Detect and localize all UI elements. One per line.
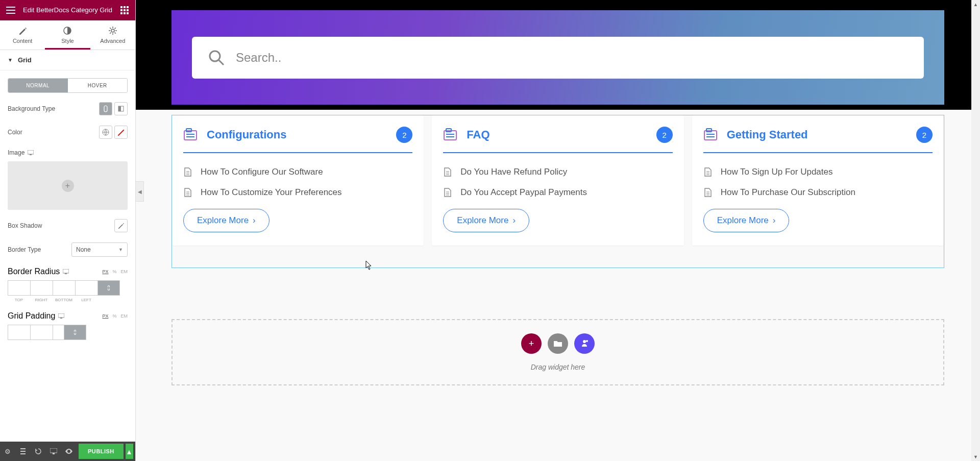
explore-more-label: Explore More xyxy=(457,215,508,226)
card-title[interactable]: Configurations xyxy=(207,128,387,141)
svg-rect-20 xyxy=(50,448,57,453)
state-toggle: NORMAL HOVER xyxy=(8,78,128,93)
border-radius-left[interactable] xyxy=(75,280,97,296)
preview-icon[interactable] xyxy=(61,442,77,461)
bgtype-gradient-icon[interactable] xyxy=(114,102,128,115)
empty-drop-section[interactable]: + Drag widget here xyxy=(172,319,944,385)
category-folder-icon xyxy=(183,128,198,142)
tab-style[interactable]: Style xyxy=(45,20,90,50)
color-picker-swatch[interactable] xyxy=(114,126,128,139)
tab-content[interactable]: Content xyxy=(0,20,45,50)
unit-em[interactable]: EM xyxy=(121,269,128,274)
hero-section xyxy=(136,0,980,110)
section-grid-header[interactable]: ▼ Grid xyxy=(0,50,135,70)
border-radius-right[interactable] xyxy=(30,280,53,296)
sidebar-header: Edit BetterDocs Category Grid xyxy=(0,0,135,20)
grid-padding-top[interactable] xyxy=(8,325,30,340)
hero-gradient xyxy=(172,10,944,105)
add-template-button[interactable] xyxy=(548,333,568,354)
unit-tabs-border-radius: PX % EM xyxy=(102,269,128,274)
border-radius-bottom[interactable] xyxy=(53,280,75,296)
grid-padding-bottom[interactable] xyxy=(53,325,64,340)
grid-padding-right[interactable] xyxy=(30,325,53,340)
explore-more-label: Explore More xyxy=(717,215,769,226)
border-radius-top[interactable] xyxy=(8,280,30,296)
publish-button[interactable]: PUBLISH xyxy=(79,444,124,459)
toggle-hover[interactable]: HOVER xyxy=(68,79,128,92)
tab-advanced[interactable]: Advanced xyxy=(90,20,135,50)
svg-point-22 xyxy=(210,51,220,61)
chevron-down-icon: ▼ xyxy=(118,247,123,252)
explore-more-button[interactable]: Explore More› xyxy=(443,209,529,232)
card-header: Configurations2 xyxy=(183,127,412,153)
card-title[interactable]: Getting Started xyxy=(727,128,907,141)
control-color: Color xyxy=(8,126,128,139)
label-border-type: Border Type xyxy=(8,246,41,253)
control-image-label-row: Image xyxy=(8,149,128,156)
responsive-icon[interactable] xyxy=(28,150,34,155)
link-values-icon[interactable] xyxy=(97,280,120,296)
doc-list-item[interactable]: How To Configure Our Software xyxy=(183,165,412,179)
templately-button[interactable] xyxy=(574,333,595,354)
svg-rect-7 xyxy=(124,12,126,14)
navigator-icon[interactable] xyxy=(15,442,31,461)
responsive-mode-icon[interactable] xyxy=(46,442,61,461)
unit-pct-2[interactable]: % xyxy=(112,313,116,319)
sidebar-panel: Edit BetterDocs Category Grid Content St… xyxy=(0,0,136,461)
count-badge: 2 xyxy=(656,127,673,143)
collapse-sidebar-button[interactable]: ◀ xyxy=(136,181,144,202)
chevron-right-icon: › xyxy=(773,215,776,226)
drop-text: Drag widget here xyxy=(531,363,585,371)
preview-scrollbar[interactable]: ▲ ▼ xyxy=(971,0,980,461)
scroll-down-button[interactable]: ▼ xyxy=(971,452,980,461)
sidebar-footer: ⚙ PUBLISH ▴ xyxy=(0,442,135,461)
doc-title: How To Sign Up For Updates xyxy=(721,165,833,179)
box-shadow-edit-button[interactable] xyxy=(114,219,128,232)
card-header: Getting Started2 xyxy=(703,127,933,153)
doc-list-item[interactable]: How To Customize Your Preferences xyxy=(183,186,412,199)
add-section-button[interactable]: + xyxy=(521,333,542,354)
control-border-radius-head: Border Radius PX % EM xyxy=(8,267,128,276)
doc-list-item[interactable]: Do You Have Refund Policy xyxy=(443,165,672,179)
settings-icon[interactable]: ⚙ xyxy=(0,442,15,461)
section-grid-label: Grid xyxy=(18,56,32,64)
search-input[interactable] xyxy=(236,51,909,65)
category-folder-icon xyxy=(703,128,718,142)
doc-title: How To Customize Your Preferences xyxy=(201,186,342,199)
doc-list-item[interactable]: How To Purchase Our Subscription xyxy=(703,186,933,199)
label-grid-padding: Grid Padding xyxy=(8,311,64,321)
unit-px[interactable]: PX xyxy=(102,269,108,274)
doc-title: How To Configure Our Software xyxy=(201,165,323,179)
svg-rect-4 xyxy=(124,9,126,11)
color-global-icon[interactable] xyxy=(99,126,112,139)
category-grid-outline[interactable]: Configurations2How To Configure Our Soft… xyxy=(172,115,944,268)
unit-em-2[interactable]: EM xyxy=(121,313,128,319)
doc-list-item[interactable]: How To Sign Up For Updates xyxy=(703,165,933,179)
document-icon xyxy=(183,188,192,197)
unit-pct[interactable]: % xyxy=(112,269,116,274)
responsive-icon[interactable] xyxy=(63,269,69,274)
doc-list-item[interactable]: Do You Accept Paypal Payments xyxy=(443,186,672,199)
chevron-right-icon: › xyxy=(253,215,256,226)
svg-rect-14 xyxy=(28,150,34,154)
svg-line-23 xyxy=(219,60,224,65)
bgtype-classic-icon[interactable] xyxy=(99,102,112,115)
apps-icon[interactable] xyxy=(119,5,130,16)
responsive-icon[interactable] xyxy=(58,313,64,319)
explore-more-button[interactable]: Explore More› xyxy=(703,209,790,232)
link-values-icon-2[interactable] xyxy=(64,325,86,340)
unit-px-2[interactable]: PX xyxy=(102,313,108,319)
svg-rect-12 xyxy=(118,106,121,111)
svg-point-10 xyxy=(111,29,114,32)
history-icon[interactable] xyxy=(31,442,46,461)
image-upload-area[interactable]: + xyxy=(8,161,128,210)
toggle-normal[interactable]: NORMAL xyxy=(8,79,68,92)
svg-rect-6 xyxy=(120,12,122,14)
category-folder-icon xyxy=(443,128,457,142)
menu-icon[interactable] xyxy=(5,5,16,16)
scroll-up-button[interactable]: ▲ xyxy=(971,0,980,9)
explore-more-button[interactable]: Explore More› xyxy=(183,209,270,232)
publish-options-button[interactable]: ▴ xyxy=(126,444,133,459)
card-title[interactable]: FAQ xyxy=(467,128,647,141)
border-type-select[interactable]: None ▼ xyxy=(71,242,128,257)
